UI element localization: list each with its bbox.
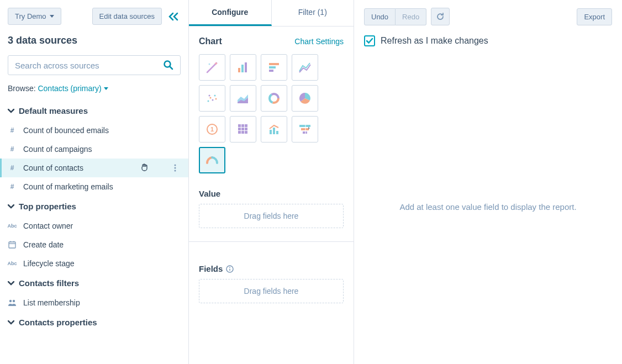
svg-rect-36 — [245, 131, 247, 134]
chart-type-bar[interactable] — [230, 54, 256, 81]
svg-point-10 — [13, 300, 15, 302]
edit-data-sources-button[interactable]: Edit data sources — [92, 8, 162, 25]
horizontal-bar-icon — [267, 60, 281, 75]
pivot-table-icon — [236, 122, 250, 136]
grab-cursor-icon — [140, 163, 150, 173]
svg-rect-13 — [245, 62, 247, 72]
text-icon: Abc — [8, 223, 17, 229]
search-input[interactable] — [15, 61, 164, 70]
refresh-button[interactable] — [431, 8, 450, 25]
svg-rect-39 — [276, 131, 278, 134]
svg-rect-38 — [273, 128, 275, 134]
svg-rect-28 — [238, 124, 241, 127]
field-item[interactable]: List membership — [0, 293, 188, 312]
chart-type-line[interactable] — [292, 54, 318, 81]
redo-button[interactable]: Redo — [396, 8, 426, 25]
area-chart-icon — [236, 91, 250, 105]
value-drop-zone[interactable]: Drag fields here — [199, 204, 344, 228]
search-box[interactable] — [8, 55, 181, 75]
collapse-sidebar-button[interactable] — [166, 10, 181, 23]
kpi-icon: 1 — [205, 122, 219, 136]
caret-down-icon — [50, 15, 54, 18]
chart-type-donut[interactable] — [261, 85, 287, 112]
group-contacts-properties[interactable]: Contacts properties — [0, 312, 188, 333]
svg-rect-34 — [238, 131, 241, 134]
field-item[interactable]: Create date — [0, 235, 188, 254]
undo-button[interactable]: Undo — [364, 8, 396, 25]
export-button[interactable]: Export — [577, 8, 612, 25]
line-chart-icon — [298, 60, 312, 75]
chevron-down-icon — [8, 204, 14, 209]
chart-type-gauge[interactable] — [199, 147, 225, 173]
number-icon: # — [8, 145, 17, 153]
try-demo-button[interactable]: Try Demo — [8, 8, 61, 25]
chart-type-kpi[interactable]: 1 — [199, 116, 225, 143]
tab-configure[interactable]: Configure — [189, 0, 272, 26]
chart-type-scatter[interactable] — [199, 85, 225, 112]
tab-filter[interactable]: Filter (1) — [272, 0, 354, 26]
donut-chart-icon — [267, 91, 281, 105]
gauge-icon — [205, 153, 219, 167]
field-item[interactable]: Abc Contact owner — [0, 217, 188, 235]
svg-point-19 — [212, 99, 214, 101]
empty-state-message: Add at least one value field to display … — [399, 202, 576, 212]
svg-rect-15 — [269, 66, 276, 68]
chevron-down-icon — [8, 281, 14, 286]
fields-section-title: Fields — [199, 264, 344, 273]
chart-type-hbar[interactable] — [261, 54, 287, 81]
funnel-icon — [298, 122, 312, 136]
chart-type-pie[interactable] — [292, 85, 318, 112]
svg-rect-40 — [299, 125, 310, 127]
field-list[interactable]: Default measures # Count of bounced emai… — [0, 101, 188, 364]
field-item[interactable]: # Count of bounced emails — [0, 121, 188, 140]
people-icon — [8, 299, 17, 307]
refresh-checkbox[interactable] — [364, 35, 375, 46]
data-sources-count: 3 data sources — [8, 35, 181, 46]
svg-point-18 — [210, 97, 212, 99]
svg-point-45 — [229, 267, 230, 268]
svg-point-17 — [208, 101, 209, 102]
data-sources-sidebar: Try Demo Edit data sources 3 data source… — [0, 0, 189, 364]
chevron-down-icon — [8, 320, 14, 325]
svg-rect-11 — [238, 68, 240, 72]
preview-panel: Undo Redo Export Refresh as I make chang… — [354, 0, 622, 364]
group-default-measures[interactable]: Default measures — [0, 101, 188, 121]
refresh-icon — [436, 12, 445, 21]
number-icon: # — [8, 183, 17, 191]
svg-rect-14 — [269, 63, 279, 65]
svg-rect-31 — [238, 128, 241, 130]
svg-point-2 — [175, 165, 176, 166]
chart-type-combo[interactable] — [261, 116, 287, 143]
search-icon[interactable] — [164, 60, 173, 70]
report-preview: Add at least one value field to display … — [364, 57, 612, 356]
svg-text:1: 1 — [210, 126, 214, 133]
info-icon[interactable] — [226, 265, 234, 273]
browse-dropdown[interactable]: Contacts (primary) — [38, 84, 108, 93]
chevron-down-icon — [8, 109, 14, 113]
pie-chart-icon — [298, 91, 312, 105]
config-tabs: Configure Filter (1) — [189, 0, 354, 27]
date-icon — [8, 241, 17, 249]
bar-chart-icon — [236, 60, 250, 75]
group-top-properties[interactable]: Top properties — [0, 196, 188, 217]
chart-settings-link[interactable]: Chart Settings — [294, 37, 344, 46]
svg-rect-41 — [301, 128, 309, 130]
number-icon: # — [8, 126, 17, 134]
more-actions-button[interactable] — [170, 164, 181, 172]
svg-rect-37 — [270, 130, 272, 134]
fields-drop-zone[interactable]: Drag fields here — [199, 279, 344, 303]
field-item[interactable]: # Count of marketing emails — [0, 177, 188, 196]
chart-type-pivot[interactable] — [230, 116, 256, 143]
field-item[interactable]: Abc Lifecycle stage — [0, 254, 188, 273]
svg-point-4 — [175, 170, 176, 172]
browse-selector: Browse: Contacts (primary) — [8, 84, 181, 93]
svg-point-9 — [9, 300, 12, 302]
chart-type-funnel[interactable] — [292, 116, 318, 143]
chart-type-area[interactable] — [230, 85, 256, 112]
field-item[interactable]: # Count of contacts — [0, 159, 188, 177]
value-section-title: Value — [199, 189, 344, 198]
field-item[interactable]: # Count of campaigns — [0, 140, 188, 159]
svg-point-21 — [215, 98, 217, 100]
group-contacts-filters[interactable]: Contacts filters — [0, 273, 188, 293]
chart-type-magic[interactable] — [199, 54, 225, 81]
